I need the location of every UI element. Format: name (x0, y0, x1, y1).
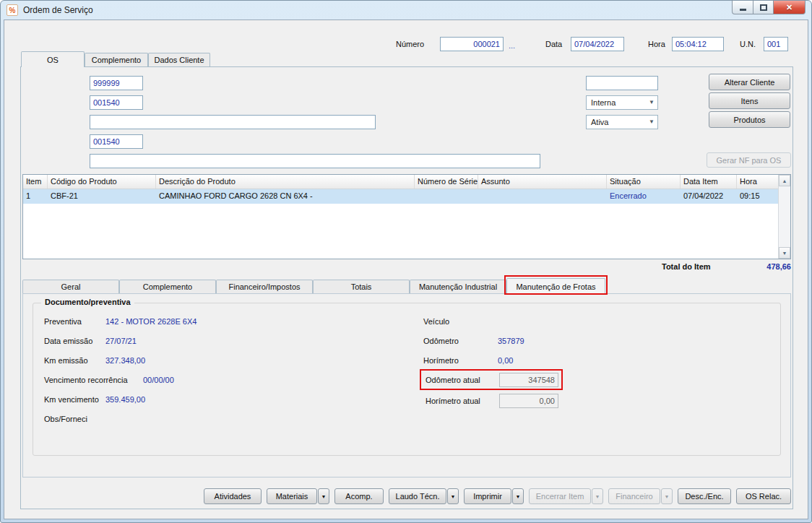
lookup-link[interactable]: ... (509, 41, 515, 50)
data-input[interactable] (571, 37, 624, 51)
vencimento-recorrencia-label: Vencimento recorrência (44, 376, 128, 384)
close-button[interactable]: ✕ (774, 1, 805, 14)
contato-input[interactable] (90, 115, 376, 129)
materiais-dropdown-button[interactable]: ▼ (318, 488, 329, 504)
header-cell-descricao[interactable]: Descrição do Produto (156, 175, 415, 189)
laudo-tecn-dropdown-button[interactable]: ▼ (447, 488, 459, 504)
requisicao-value: Interna (591, 98, 616, 107)
imprimir-dropdown-button[interactable]: ▼ (512, 488, 524, 504)
footer-button-bar: Atividades Materiais ▼ Acomp. Laudo Técn… (22, 488, 791, 504)
financeiro-button: Financeiro (608, 488, 660, 504)
total-item-label: Total do Item (662, 262, 711, 271)
odometro-value: 357879 (498, 337, 524, 345)
numero-input[interactable] (440, 37, 504, 51)
chevron-down-icon: ▼ (665, 494, 670, 499)
km-emissao-value: 327.348,00 (105, 356, 145, 365)
header-cell-hora[interactable]: Hora (737, 175, 779, 189)
scroll-up-button[interactable]: ▲ (779, 175, 790, 186)
gerar-nf-button: Gerar NF para OS (707, 152, 791, 168)
alterar-cliente-button[interactable]: Alterar Cliente (709, 74, 790, 90)
produtos-button[interactable]: Produtos (709, 111, 790, 128)
table-row[interactable]: 1 CBF-21 CAMINHAO FORD CARGO 2628 CN 6X4… (23, 189, 790, 204)
tab-complemento-detail[interactable]: Complemento (119, 280, 216, 293)
maximize-button[interactable] (753, 1, 774, 14)
atividades-button[interactable]: Atividades (204, 488, 262, 504)
scroll-down-button[interactable]: ▼ (779, 247, 790, 259)
tab-dados-cliente[interactable]: Dados Cliente (148, 53, 210, 66)
data-label: Data (545, 40, 562, 48)
tab-totais[interactable]: Totais (313, 280, 410, 293)
un-input[interactable] (764, 37, 788, 51)
requisicao-select[interactable]: Interna ▼ (586, 95, 658, 110)
data-emissao-value: 27/07/21 (105, 337, 137, 345)
window-title: Ordem de Serviço (23, 5, 93, 15)
cell-hora: 09:15 (737, 189, 779, 204)
imprimir-button[interactable]: Imprimir (464, 488, 511, 504)
odometro-atual-input[interactable] (499, 373, 558, 387)
os-relac-button[interactable]: OS Relac. (736, 488, 791, 504)
responsavel-input[interactable] (90, 95, 143, 110)
financeiro-button-group: Financeiro ▼ (608, 488, 673, 504)
cell-codigo: CBF-21 (48, 189, 156, 204)
itens-button[interactable]: Itens (709, 92, 790, 109)
window: % Ordem de Serviço ✕ Número ... Data Hor… (0, 0, 812, 523)
chevron-down-icon: ▼ (321, 494, 327, 499)
header-cell-assunto[interactable]: Assunto (478, 175, 607, 189)
group-title: Documento/preventiva (41, 298, 134, 306)
cell-situacao: Encerrado (607, 189, 681, 204)
representante-input[interactable] (90, 134, 143, 149)
tab-financeiro-impostos[interactable]: Financeiro/Impostos (216, 280, 313, 293)
imprimir-button-group: Imprimir ▼ (464, 488, 524, 504)
laudo-tecn-button[interactable]: Laudo Técn. (389, 488, 446, 504)
horimetro-atual-input[interactable] (499, 394, 558, 408)
situacao-value: Ativa (591, 118, 608, 126)
obs-forneci-input[interactable] (90, 154, 540, 168)
acomp-button[interactable]: Acomp. (334, 488, 384, 504)
vencimento-recorrencia-value: 00/00/00 (143, 376, 174, 384)
minimize-icon (740, 9, 746, 11)
minimize-button[interactable] (732, 1, 753, 14)
cell-assunto (478, 189, 607, 204)
encerrar-item-button: Encerrar Item (529, 488, 591, 504)
scroll-up-icon: ▲ (782, 178, 787, 183)
veiculo-label: Veículo (423, 317, 449, 326)
header-cell-situacao[interactable]: Situação (607, 175, 681, 189)
cell-descricao: CAMINHAO FORD CARGO 2628 CN 6X4 - (156, 189, 415, 204)
tab-os[interactable]: OS (21, 51, 85, 67)
mcei-input[interactable] (586, 76, 658, 90)
numero-label: Número (396, 40, 424, 48)
vertical-scrollbar[interactable]: ▲ ▼ (778, 175, 790, 259)
km-emissao-label: Km emissão (44, 356, 88, 365)
cliente-input[interactable] (90, 76, 143, 90)
header-cell-serie[interactable]: Número de Série (415, 175, 478, 189)
odometro-label: Odômetro (423, 337, 459, 345)
header-cell-data-item[interactable]: Data Item (681, 175, 737, 189)
total-item-value: 478,66 (738, 262, 791, 271)
maximize-icon (760, 4, 767, 11)
items-table: Item Código do Produto Descrição do Prod… (22, 174, 791, 259)
tab-complemento[interactable]: Complemento (85, 53, 148, 66)
materiais-button[interactable]: Materiais (267, 488, 317, 504)
preventiva-value: 142 - MOTOR 2628E 6X4 (105, 317, 196, 326)
tab-manutencao-industrial[interactable]: Manutenção Industrial (410, 280, 506, 293)
horimetro-value: 0,00 (498, 356, 513, 365)
tab-geral[interactable]: Geral (22, 280, 119, 293)
titlebar: % Ordem de Serviço ✕ (1, 1, 811, 20)
horimetro-label: Horímetro (423, 356, 459, 365)
obs-forneci-detail-label: Obs/Forneci (44, 415, 87, 423)
chevron-down-icon: ▼ (516, 494, 521, 499)
situacao-select[interactable]: Ativa ▼ (586, 115, 658, 129)
tab-manutencao-frotas[interactable]: Manutenção de Frotas (506, 278, 605, 294)
window-controls: ✕ (732, 1, 805, 14)
km-vencimento-label: Km vencimento (44, 395, 99, 404)
desc-enc-button[interactable]: Desc./Enc. (678, 488, 731, 504)
financeiro-dropdown-button: ▼ (661, 488, 673, 504)
horimetro-atual-label: Horímetro atual (426, 397, 480, 405)
header-cell-codigo[interactable]: Código do Produto (48, 175, 156, 189)
header-cell-item[interactable]: Item (23, 175, 48, 189)
materiais-button-group: Materiais ▼ (267, 488, 329, 504)
scroll-down-icon: ▼ (782, 251, 787, 256)
hora-input[interactable] (672, 37, 724, 51)
preventiva-label: Preventiva (44, 317, 82, 326)
un-label: U.N. (740, 40, 756, 48)
